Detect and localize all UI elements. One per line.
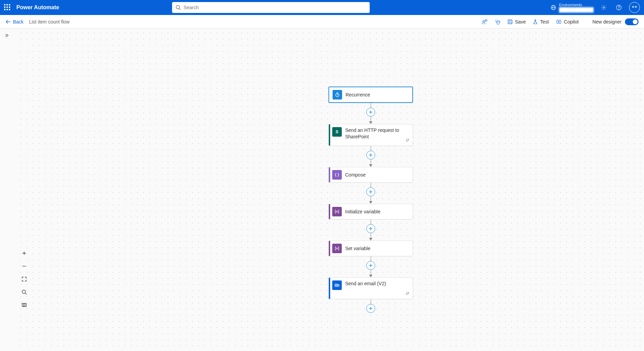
zoom-in-button[interactable] bbox=[19, 248, 29, 258]
fit-screen-button[interactable] bbox=[19, 274, 29, 284]
add-action-button[interactable] bbox=[366, 304, 375, 313]
expand-panel-button[interactable] bbox=[3, 31, 11, 40]
new-designer-label: New designer bbox=[592, 19, 622, 25]
search-canvas-button[interactable] bbox=[19, 287, 29, 297]
node-icon bbox=[332, 280, 342, 290]
connector bbox=[366, 183, 375, 204]
node-label: Set variable bbox=[345, 246, 370, 251]
flow-checker-button[interactable] bbox=[494, 19, 501, 25]
canvas-tools bbox=[19, 248, 29, 310]
back-button[interactable]: Back bbox=[5, 19, 24, 25]
add-action-button[interactable] bbox=[366, 108, 375, 117]
connector bbox=[366, 256, 375, 277]
svg-point-5 bbox=[603, 7, 605, 9]
arrow-left-icon bbox=[5, 19, 11, 25]
environment-icon bbox=[550, 4, 556, 11]
svg-point-10 bbox=[483, 20, 485, 22]
flow-graph: RecurrenceSSend an HTTP request to Share… bbox=[328, 87, 413, 313]
flow-node-send-email[interactable]: Send an email (V2) bbox=[328, 277, 413, 299]
node-label: Send an HTTP request to SharePoint bbox=[345, 127, 409, 140]
flow-node-init-var[interactable]: Initialize variable bbox=[328, 204, 413, 219]
node-icon bbox=[333, 90, 342, 100]
flow-title: List item count flow bbox=[29, 19, 70, 25]
connector bbox=[366, 103, 375, 124]
minimap-button[interactable] bbox=[19, 300, 29, 310]
environments-label: Environments bbox=[559, 3, 594, 7]
feedback-button[interactable] bbox=[481, 19, 488, 25]
connector bbox=[366, 219, 375, 241]
new-designer-toggle[interactable] bbox=[625, 18, 639, 25]
svg-point-15 bbox=[336, 285, 337, 286]
flow-toolbar: Back List item count flow Save Test Copi… bbox=[0, 15, 644, 29]
node-label: Recurrence bbox=[346, 92, 370, 97]
node-label: Send an email (V2) bbox=[345, 280, 386, 287]
link-icon bbox=[405, 291, 410, 297]
copilot-button[interactable]: Copilot bbox=[556, 19, 579, 25]
node-label: Initialize variable bbox=[345, 209, 381, 214]
save-icon bbox=[507, 19, 513, 25]
app-header: Power Automate Environments ███████████ bbox=[0, 0, 644, 15]
svg-point-16 bbox=[22, 290, 26, 293]
flow-node-compose[interactable]: Compose bbox=[328, 167, 413, 183]
svg-point-8 bbox=[632, 6, 634, 7]
link-icon bbox=[405, 138, 410, 143]
node-icon bbox=[332, 244, 342, 253]
settings-icon[interactable] bbox=[599, 3, 609, 12]
node-label: Compose bbox=[345, 172, 366, 178]
svg-point-9 bbox=[635, 6, 637, 7]
app-title: Power Automate bbox=[16, 4, 59, 11]
svg-point-7 bbox=[618, 9, 619, 9]
add-action-button[interactable] bbox=[366, 261, 375, 270]
app-launcher-icon[interactable] bbox=[4, 4, 11, 11]
save-button[interactable]: Save bbox=[507, 19, 526, 25]
node-icon: S bbox=[332, 127, 342, 137]
help-icon[interactable] bbox=[614, 3, 624, 12]
environment-name: ███████████ bbox=[559, 7, 594, 13]
search-box[interactable] bbox=[172, 2, 370, 13]
flow-node-recurrence[interactable]: Recurrence bbox=[328, 87, 413, 103]
add-action-button[interactable] bbox=[366, 187, 375, 196]
svg-rect-12 bbox=[508, 20, 512, 24]
test-button[interactable]: Test bbox=[533, 19, 549, 25]
add-action-button[interactable] bbox=[366, 224, 375, 233]
node-icon bbox=[332, 170, 342, 180]
chevron-right-double-icon bbox=[4, 33, 9, 38]
user-avatar[interactable] bbox=[629, 2, 640, 13]
node-icon bbox=[332, 207, 342, 216]
search-input[interactable] bbox=[184, 5, 366, 10]
designer-canvas[interactable]: RecurrenceSSend an HTTP request to Share… bbox=[0, 29, 644, 351]
svg-point-0 bbox=[176, 5, 180, 9]
connector bbox=[366, 146, 375, 167]
flask-icon bbox=[533, 19, 538, 25]
stethoscope-icon bbox=[494, 19, 501, 25]
flow-node-set-var[interactable]: Set variable bbox=[328, 241, 413, 256]
search-icon bbox=[175, 5, 181, 10]
copilot-icon bbox=[556, 19, 562, 25]
environment-picker[interactable]: Environments ███████████ bbox=[550, 3, 594, 13]
zoom-out-button[interactable] bbox=[19, 261, 29, 271]
svg-point-11 bbox=[499, 21, 500, 22]
add-action-button[interactable] bbox=[366, 151, 375, 159]
flow-node-http-sharepoint[interactable]: SSend an HTTP request to SharePoint bbox=[328, 124, 413, 146]
connector bbox=[366, 299, 375, 313]
person-feedback-icon bbox=[481, 19, 488, 25]
svg-line-1 bbox=[179, 9, 181, 10]
